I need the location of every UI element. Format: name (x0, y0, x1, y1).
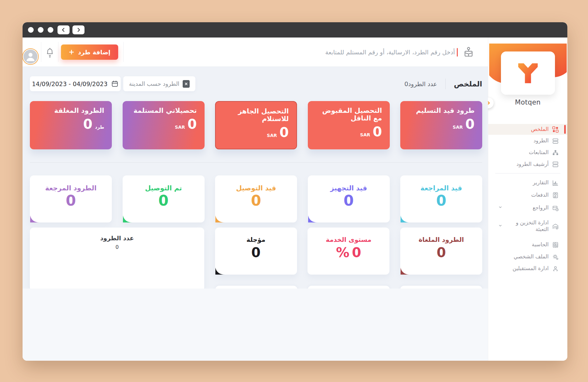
card-title: قيد التوصيل (215, 175, 297, 192)
forward-button[interactable] (72, 25, 84, 34)
corner-fold (401, 215, 410, 222)
summary-card-closed-parcels[interactable]: الطرود المغلقة طرد0 (30, 101, 112, 149)
sidebar-item-calculator[interactable]: الحاسبة (488, 238, 567, 251)
card-title: تحصيلاتي المستلمة (130, 107, 197, 114)
app-header: إضافة طرد أدخل رقم الطرد، الارسالية، أو … (23, 38, 488, 67)
card-title: تم التوصيل (123, 175, 205, 192)
sidebar-item-profile[interactable]: الملف الشخصي (488, 251, 567, 263)
card-title: التحصيل المقبوض مع الناقل (315, 107, 382, 122)
card-title: الطرود المغلقة (37, 107, 104, 114)
summary-card-my-received-collections[interactable]: تحصيلاتي المستلمة 0SAR (123, 101, 205, 149)
window-dot[interactable] (48, 27, 53, 33)
card-title: عدد الطرود (30, 228, 204, 242)
card-unit: طرد (95, 125, 104, 130)
sidebar-item-recipients[interactable]: ادارة المستقبلين (488, 263, 567, 274)
date-range-picker[interactable]: 14/09/2023 - 04/09/2023 (30, 76, 121, 91)
summary-card-collected-with-carrier[interactable]: التحصيل المقبوض مع الناقل 0SAR (308, 101, 390, 149)
summary-card-in-delivery[interactable]: طرود قيد التسليم 0SAR (400, 101, 482, 149)
sidebar-item-label: ادارة التخزين و التعبئة (507, 220, 549, 233)
brand-logo-card[interactable] (501, 51, 555, 95)
add-parcel-button[interactable]: إضافة طرد (61, 44, 118, 60)
toolbar-divider (445, 78, 446, 89)
parcels-count-value: 0 (404, 80, 408, 87)
user-icon (24, 50, 37, 64)
chevron-down-icon (498, 223, 503, 229)
sidebar-item-parcel-archive[interactable]: أرشيف الطرود (488, 159, 567, 170)
search-input[interactable]: أدخل رقم الطرد، الارسالية، أو رقم المستل… (325, 38, 455, 67)
sidebar-item-label: ادارة المستقبلين (512, 265, 549, 272)
window-dot[interactable] (28, 27, 34, 33)
sidebar-item-returns[interactable]: الرواجع (488, 201, 567, 214)
archive-icon (552, 161, 559, 168)
sidebar-item-followups[interactable]: المتابعات (488, 147, 567, 159)
search-caret (457, 48, 458, 57)
excel-file-icon (183, 80, 190, 88)
sidebar-item-payments[interactable]: الدفعات (488, 189, 567, 201)
sidebar-item-reports[interactable]: التقارير (488, 177, 567, 189)
status-card-delivered[interactable]: تم التوصيل 0 (123, 175, 205, 222)
header-divider (58, 42, 58, 62)
sidebar-item-label: الحاسبة (532, 242, 549, 248)
card-title: قيد المراجعة (400, 175, 482, 192)
status-card-returned-parcels[interactable]: الطرود المرجعة 0 (30, 175, 112, 222)
corner-fold (123, 215, 132, 222)
gear-icon (552, 254, 559, 260)
date-range-value: 14/09/2023 - 04/09/2023 (32, 80, 108, 87)
metric-card-postponed[interactable]: مؤجلة 0 (215, 228, 297, 275)
header-divider (41, 42, 41, 62)
parcels-count-label: عدد الطرود (408, 80, 437, 87)
calculator-icon (552, 242, 559, 248)
card-unit: SAR (267, 133, 277, 138)
sidebar-item-label: الدفعات (531, 192, 549, 199)
status-card-out-for-delivery[interactable]: قيد التوصيل 0 (215, 175, 297, 222)
window-dot[interactable] (38, 27, 44, 33)
summary-card-ready-to-collect[interactable]: التحصيل الجاهز للاستلام 0SAR (215, 101, 297, 149)
motqen-logo-icon (513, 58, 543, 88)
card-value: 0 (251, 245, 260, 260)
chevron-down-icon (498, 205, 503, 211)
sidebar: Motqen الملخص الطرود (488, 38, 567, 361)
card-title: الطرود الملغاة (400, 228, 482, 243)
export-by-city-button[interactable]: الطرود حسب المدينة (123, 76, 195, 91)
avatar[interactable] (24, 50, 37, 64)
card-value: 0 (280, 126, 289, 139)
sidebar-item-parcels[interactable]: الطرود (488, 135, 567, 147)
sidebar-divider (495, 173, 560, 174)
status-cards-row: قيد المراجعة 0 قيد التجهيز 0 قيد التوصيل… (30, 175, 482, 222)
back-button[interactable] (57, 25, 70, 34)
card-title: قيد التجهيز (308, 175, 390, 192)
notifications-button[interactable] (45, 46, 56, 60)
card-value: 0 (373, 125, 382, 139)
corner-fold (308, 215, 318, 222)
window-titlebar (23, 22, 567, 38)
metric-card-cancelled-parcels[interactable]: الطرود الملغاة 0 (400, 228, 482, 275)
card-title: الطرود المرجعة (30, 175, 112, 192)
card-value: 0 (83, 118, 92, 131)
section-divider (30, 162, 482, 163)
corner-fold (30, 215, 40, 222)
payments-report-icon (552, 192, 559, 199)
corner-fold (215, 215, 225, 222)
status-card-under-review[interactable]: قيد المراجعة 0 (400, 175, 482, 222)
partial-card (215, 286, 297, 289)
parcels-count-chart-card[interactable]: عدد الطرود 0 (30, 228, 204, 289)
card-title: مستوى الخدمة (308, 228, 389, 243)
card-value: 0 (187, 118, 197, 131)
metric-card-service-level[interactable]: مستوى الخدمة 0% (308, 228, 389, 275)
dashboard-icon (552, 126, 559, 133)
sidebar-nav: الملخص الطرود المتابعات (488, 124, 567, 274)
card-title: مؤجلة (215, 228, 297, 243)
card-unit: SAR (175, 125, 185, 130)
card-value: 0 (465, 118, 475, 131)
sidebar-item-warehouse[interactable]: ادارة التخزين و التعبئة (488, 214, 567, 238)
card-unit: SAR (360, 132, 370, 137)
status-card-preparing[interactable]: قيد التجهيز 0 (308, 175, 390, 222)
chevron-left-icon (60, 26, 67, 34)
card-prefix: % (336, 245, 349, 260)
card-value: 0 (436, 245, 446, 260)
sidebar-item-summary[interactable]: الملخص (488, 124, 567, 135)
active-indicator (564, 125, 566, 134)
dashboard-scroll-area: الملخص عدد الطرود0 الطرود حسب المدينة 14… (23, 67, 488, 289)
add-parcel-label: إضافة طرد (78, 49, 110, 56)
sidebar-item-label: أرشيف الطرود (517, 161, 549, 168)
